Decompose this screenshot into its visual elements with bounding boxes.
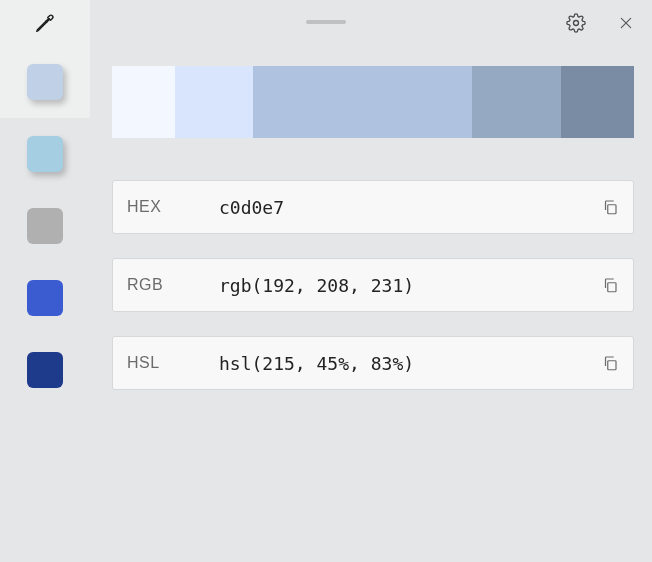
shade-segment-4[interactable] — [561, 66, 634, 138]
color-swatch[interactable] — [27, 280, 63, 316]
copy-icon — [601, 276, 619, 294]
shade-segment-3[interactable] — [472, 66, 561, 138]
hsl-value: hsl(215, 45%, 83%) — [219, 353, 601, 374]
shade-segment-2[interactable] — [253, 66, 472, 138]
swatch-slot-0[interactable] — [0, 46, 90, 118]
color-swatch[interactable] — [27, 352, 63, 388]
svg-rect-4 — [608, 283, 616, 292]
copy-icon — [601, 198, 619, 216]
rgb-value: rgb(192, 208, 231) — [219, 275, 601, 296]
copy-hex-button[interactable] — [601, 198, 619, 216]
swatch-slot-4[interactable] — [0, 334, 90, 406]
swatch-sidebar — [0, 46, 90, 562]
color-swatch[interactable] — [27, 136, 63, 172]
eyedropper-button[interactable] — [0, 0, 90, 46]
rgb-row[interactable]: RGB rgb(192, 208, 231) — [112, 258, 634, 312]
hex-value: c0d0e7 — [219, 197, 601, 218]
svg-point-0 — [574, 21, 579, 26]
copy-rgb-button[interactable] — [601, 276, 619, 294]
hsl-row[interactable]: HSL hsl(215, 45%, 83%) — [112, 336, 634, 390]
rgb-label: RGB — [127, 276, 219, 294]
eyedropper-icon — [34, 12, 56, 34]
copy-hsl-button[interactable] — [601, 354, 619, 372]
svg-rect-3 — [608, 205, 616, 214]
swatch-slot-3[interactable] — [0, 262, 90, 334]
swatch-slot-1[interactable] — [0, 118, 90, 190]
swatch-slot-2[interactable] — [0, 190, 90, 262]
close-button[interactable] — [610, 7, 642, 39]
settings-button[interactable] — [560, 7, 592, 39]
copy-icon — [601, 354, 619, 372]
svg-rect-5 — [608, 361, 616, 370]
gear-icon — [566, 13, 586, 33]
shade-segment-1[interactable] — [175, 66, 253, 138]
drag-handle[interactable] — [306, 20, 346, 24]
hex-row[interactable]: HEX c0d0e7 — [112, 180, 634, 234]
shade-segment-0[interactable] — [112, 66, 175, 138]
hex-label: HEX — [127, 198, 219, 216]
color-swatch[interactable] — [27, 64, 63, 100]
shade-strip[interactable] — [112, 66, 634, 138]
hsl-label: HSL — [127, 354, 219, 372]
close-icon — [618, 15, 634, 31]
color-swatch[interactable] — [27, 208, 63, 244]
